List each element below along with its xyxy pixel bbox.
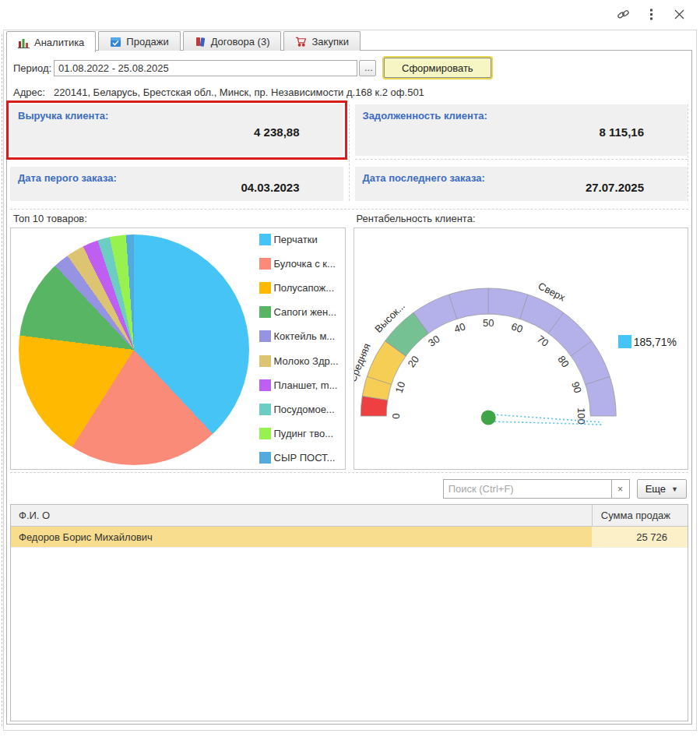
tab-label: Аналитика xyxy=(34,37,84,48)
results-table: Ф.И. О Сумма продаж Федоров Борис Михайл… xyxy=(10,504,688,721)
legend-swatch xyxy=(259,234,271,245)
gauge-chart-title: Рентабельность клиента: xyxy=(357,213,689,225)
window-titlebar xyxy=(0,0,700,28)
pie-legend: ПерчаткиБулочка с к...Полусапож...Сапоги… xyxy=(259,228,342,469)
pie-legend-item: СЫР ПОСТ... xyxy=(259,452,342,464)
gauge-chart-group: Рентабельность клиента: 0102030405060708… xyxy=(354,213,689,470)
svg-text:60: 60 xyxy=(509,320,523,335)
pie-legend-item: Сапоги жен... xyxy=(259,306,342,318)
tab-label: Договора (3) xyxy=(211,36,270,48)
column-header-amount[interactable]: Сумма продаж xyxy=(592,505,688,526)
pie-legend-item: Полусапож... xyxy=(259,282,342,294)
svg-text:40: 40 xyxy=(452,320,466,335)
link-icon[interactable] xyxy=(614,5,631,23)
cart-icon xyxy=(295,36,307,48)
pie-chart: ПерчаткиБулочка с к...Полусапож...Сапоги… xyxy=(10,227,346,470)
pie-graphic[interactable] xyxy=(19,235,249,465)
tab-label: Закупки xyxy=(311,36,348,48)
left-splitter[interactable] xyxy=(2,34,2,726)
pie-legend-item: Перчатки xyxy=(259,234,342,245)
pie-legend-item: Коктейль м... xyxy=(259,330,342,342)
legend-swatch xyxy=(259,258,271,270)
search-clear-button[interactable]: × xyxy=(611,479,630,499)
legend-label: Коктейль м... xyxy=(274,330,336,342)
pie-legend-item: Посудомое... xyxy=(259,404,342,415)
bar-chart-icon xyxy=(18,37,30,48)
tab-3[interactable]: Договора (3) xyxy=(183,31,282,51)
legend-label: СЫР ПОСТ... xyxy=(274,452,336,464)
gauge-legend-swatch xyxy=(618,335,631,348)
period-picker-button[interactable]: ... xyxy=(359,60,376,76)
address-label: Адрес: xyxy=(13,86,54,98)
kpi-value: 8 115,16 xyxy=(599,125,644,139)
svg-text:Н...: Н... xyxy=(354,397,356,413)
close-icon[interactable] xyxy=(670,5,688,23)
pie-legend-item: Пудинг тво... xyxy=(259,428,342,439)
tab-4[interactable]: Закупки xyxy=(283,31,360,51)
svg-text:50: 50 xyxy=(483,317,494,329)
charts-row: Топ 10 товаров: ПерчаткиБулочка с к...По… xyxy=(10,209,688,473)
dashed-separator xyxy=(10,159,343,160)
legend-label: Сапоги жен... xyxy=(274,306,337,318)
tab-label: Продажи xyxy=(126,36,168,48)
pie-legend-item: Молоко Здр... xyxy=(259,355,342,367)
period-input[interactable]: 01.08.2022 - 25.08.2025 xyxy=(54,60,357,76)
legend-swatch xyxy=(259,428,271,439)
legend-swatch xyxy=(259,330,271,342)
table-row[interactable]: Федоров Борис Михайлович25 726 xyxy=(11,527,688,548)
tab-bar: АналитикаПродажиДоговора (3)Закупки xyxy=(6,31,694,51)
kpi-cell: Выручка клиента:4 238,88 xyxy=(10,104,343,156)
legend-label: Булочка с к... xyxy=(274,258,336,270)
kpi-value: 04.03.2023 xyxy=(241,181,299,194)
address-value: 220141, Беларусь, Брестская обл., Минск,… xyxy=(54,86,424,98)
svg-text:10: 10 xyxy=(392,380,407,394)
legend-swatch xyxy=(259,404,271,415)
svg-text:80: 80 xyxy=(555,354,572,370)
period-row: Период: 01.08.2022 - 25.08.2025 ... Сфор… xyxy=(13,58,685,78)
kebab-menu-icon[interactable] xyxy=(642,5,660,23)
tab-1[interactable]: Аналитика xyxy=(6,31,96,52)
gauge-legend-value: 185,71% xyxy=(634,336,677,348)
cell-name: Федоров Борис Михайлович xyxy=(11,527,592,547)
gauge-chart: 0102030405060708090100Н...СредняяВысок..… xyxy=(354,227,689,470)
cell-amount: 25 726 xyxy=(592,527,688,547)
svg-text:100: 100 xyxy=(575,407,586,425)
pie-legend-item: Булочка с к... xyxy=(259,258,342,270)
tab-2[interactable]: Продажи xyxy=(98,31,180,51)
legend-swatch xyxy=(259,355,271,367)
legend-label: Пудинг тво... xyxy=(274,428,334,439)
dashed-separator xyxy=(355,159,688,160)
sales-box-icon xyxy=(110,36,121,48)
kpi-grid: Выручка клиента:4 238,88Дата перого зака… xyxy=(10,104,688,201)
legend-label: Посудомое... xyxy=(274,404,335,415)
kpi-cell: Задолженность клиента:8 115,16 xyxy=(355,104,688,156)
svg-text:0: 0 xyxy=(389,413,401,418)
more-button[interactable]: Еще ▼ xyxy=(637,479,687,499)
period-label: Период: xyxy=(13,62,54,74)
generate-button[interactable]: Сформировать xyxy=(384,58,491,78)
table-header: Ф.И. О Сумма продаж xyxy=(11,505,688,527)
gauge-graphic: 0102030405060708090100Н...СредняяВысок..… xyxy=(354,228,688,469)
pie-chart-title: Топ 10 товаров: xyxy=(13,213,346,225)
chevron-down-icon: ▼ xyxy=(671,485,678,493)
search-input[interactable] xyxy=(443,479,611,499)
main-panel: Период: 01.08.2022 - 25.08.2025 ... Сфор… xyxy=(6,50,692,725)
pie-legend-item: Планшет, m... xyxy=(259,379,342,391)
pie-chart-group: Топ 10 товаров: ПерчаткиБулочка с к...По… xyxy=(10,213,346,470)
legend-swatch xyxy=(259,379,271,391)
address-row: Адрес: 220141, Беларусь, Брестская обл.,… xyxy=(13,86,685,98)
column-header-name[interactable]: Ф.И. О xyxy=(11,510,592,521)
table-body: Федоров Борис Михайлович25 726 xyxy=(11,527,688,548)
gauge-legend: 185,71% xyxy=(618,335,677,348)
books-icon xyxy=(195,36,206,48)
legend-label: Перчатки xyxy=(274,234,318,245)
legend-swatch xyxy=(259,282,271,294)
kpi-column: Выручка клиента:4 238,88Дата перого зака… xyxy=(10,104,343,201)
legend-swatch xyxy=(259,306,271,318)
kpi-cell: Дата перого заказа:04.03.2023 xyxy=(10,167,343,201)
kpi-label: Выручка клиента: xyxy=(18,110,336,122)
search-row: × Еще ▼ xyxy=(7,479,687,499)
svg-text:30: 30 xyxy=(426,333,442,349)
search-input-wrap: × xyxy=(443,479,630,499)
legend-label: Планшет, m... xyxy=(274,379,338,391)
